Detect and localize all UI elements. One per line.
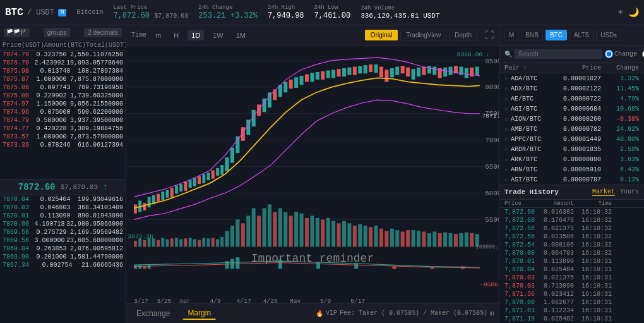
pair-row[interactable]: ☆ ARN/BTC 0.00005910 6.43% [499, 164, 644, 174]
volume-24h-block: 24h Volume 336,129,435.01 USDT [361, 5, 439, 20]
asks-list: 7874.790.3237502,550.110762507876.702.42… [0, 51, 126, 179]
star-icon[interactable]: ☆ [504, 145, 508, 153]
fire-icon: 🔥 [316, 310, 323, 317]
svg-rect-124 [342, 221, 346, 247]
bnb-button[interactable]: BNB [521, 30, 543, 40]
svg-rect-65 [390, 68, 394, 77]
pair-row[interactable]: ☆ APPC/BTC 0.00001449 40.00% [499, 134, 644, 144]
pair-row[interactable]: ☆ AE/BTC 0.00000722 4.79% [499, 94, 644, 104]
right-panel: M BNB BTC ALTS USD$ 🔍 Change Volume Pair… [499, 25, 644, 323]
ask-row[interactable]: 7875.980.013748108.27897304 [0, 67, 126, 75]
pair-row[interactable]: ☆ ADX/BTC 0.00002122 11.45% [499, 83, 644, 94]
svg-rect-68 [406, 68, 410, 76]
svg-rect-100 [216, 239, 219, 247]
pair-row[interactable]: ☆ AST/BTC 0.00000787 0.13% [499, 174, 644, 185]
bid-row[interactable]: 7870.030.046803368.34101409 [0, 204, 126, 212]
chart-type-tradingview[interactable]: TradingView [400, 30, 446, 40]
star-icon[interactable]: ☆ [504, 75, 508, 82]
trade-history-header: Trade History Market Yours [499, 185, 644, 200]
m-button[interactable]: M [504, 30, 518, 40]
sun-icon[interactable]: ☀ [618, 7, 623, 18]
star-icon[interactable]: ☆ [504, 176, 508, 183]
bid-row[interactable]: 7869.900.2010001,581.44790000 [0, 253, 126, 261]
search-input[interactable] [515, 49, 602, 59]
bid-row[interactable]: 7869.563.00000023,605.68000000 [0, 236, 126, 245]
col-total-header: Total(USDT) [86, 42, 126, 49]
ask-row[interactable]: 7876.702.42399219,093.05778640 [0, 59, 126, 67]
bid-row[interactable]: 7870.040.025404199.93049616 [0, 195, 126, 204]
svg-rect-121 [326, 218, 330, 247]
svg-rect-28 [198, 176, 201, 184]
market-tab[interactable]: Market [592, 188, 615, 196]
star-icon[interactable]: ☆ [504, 166, 508, 173]
svg-rect-94 [189, 238, 192, 247]
time-btn-h[interactable]: H [170, 30, 182, 40]
margin-badge: M [58, 9, 66, 16]
trade-history-title: Trade History [504, 188, 559, 196]
change-radio-label[interactable]: Change [605, 50, 637, 58]
svg-rect-20 [161, 192, 164, 200]
svg-text:5/9: 5/9 [320, 298, 331, 303]
usd-button[interactable]: USD$ [596, 30, 621, 40]
time-btn-1d[interactable]: 1D [188, 30, 204, 40]
expand-icon[interactable]: ⛶ [485, 30, 494, 40]
header-icons: ☀ 🌙 [618, 7, 639, 18]
pair-row[interactable]: ☆ AMB/BTC 0.00000782 24.92% [499, 124, 644, 134]
chart-type-depth[interactable]: Depth [449, 30, 477, 40]
star-icon[interactable]: ☆ [504, 135, 508, 143]
bid-row[interactable]: 7869.580.2757292,169.59569482 [0, 228, 126, 236]
time-btn-1w[interactable]: 1W [209, 30, 227, 40]
bid-row[interactable]: 7870.010.113090890.01943090 [0, 212, 126, 220]
svg-rect-105 [241, 223, 245, 247]
btc-button[interactable]: BTC [546, 30, 567, 40]
svg-rect-152 [143, 267, 146, 269]
bid-row[interactable]: 7870.004.19071832,980.95066000 [0, 220, 126, 228]
groups-button[interactable]: groups [44, 28, 71, 37]
moon-icon[interactable]: 🌙 [628, 7, 639, 18]
ask-row[interactable]: 7873.571.0000007,873.57000000 [0, 133, 126, 141]
star-icon[interactable]: ☆ [504, 85, 508, 92]
svg-text:4/17: 4/17 [237, 298, 251, 303]
decimals-button[interactable]: 2 decimals [84, 28, 122, 37]
time-btn-1m[interactable]: 1M [232, 30, 249, 40]
svg-rect-17 [148, 197, 151, 207]
chart-type-original[interactable]: Original [365, 30, 398, 40]
time-btn-m[interactable]: m [152, 30, 165, 40]
star-icon[interactable]: ☆ [504, 155, 508, 163]
star-icon[interactable]: ☆ [504, 105, 508, 113]
svg-rect-150 [134, 265, 137, 269]
pair-row[interactable]: ☆ ADA/BTC 0.00001027 3.32% [499, 73, 644, 83]
pair-row[interactable]: ☆ ARK/BTC 0.00000800 3.63% [499, 154, 644, 164]
ask-row[interactable]: 7875.871.0000007,875.87000000 [0, 75, 126, 83]
ask-row[interactable]: 7874.770.4202283,309.19884756 [0, 125, 126, 133]
coin-name: Bitcoin [76, 9, 103, 16]
pair-row[interactable]: ☆ ARDR/BTC 0.00001035 2.58% [499, 144, 644, 154]
svg-rect-29 [202, 174, 205, 183]
settings-icon[interactable]: ⊞ [490, 310, 494, 317]
alts-button[interactable]: ALTS [569, 30, 593, 40]
pair-row[interactable]: ☆ AGI/BTC 0.00000684 10.68% [499, 104, 644, 114]
margin-tab[interactable]: Margin [182, 307, 216, 320]
flag-icons: 🏳️🏳️🏴 [4, 28, 30, 37]
ask-row[interactable]: 7875.060.097743769.73198958 [0, 83, 126, 92]
ask-row[interactable]: 7874.790.5000003,937.39500000 [0, 116, 126, 125]
star-icon[interactable]: ☆ [504, 125, 508, 133]
pair-row[interactable]: ☆ AION/BTC 0.00000260 -0.38% [499, 114, 644, 124]
bid-row[interactable]: 7869.040.2638532,076.00595812 [0, 245, 126, 253]
ask-row[interactable]: 7874.960.075000590.62200000 [0, 108, 126, 116]
volume-value: 336,129,435.01 USDT [361, 12, 439, 20]
ask-row[interactable]: 7874.971.1500009,056.21550000 [0, 100, 126, 108]
price-col-header: Price [551, 64, 601, 71]
svg-rect-76 [449, 67, 453, 75]
ask-row[interactable]: 7873.390.078246616.06127394 [0, 141, 126, 149]
star-icon[interactable]: ☆ [504, 95, 508, 102]
change-radio[interactable] [605, 50, 613, 58]
bid-row[interactable]: 7867.340.00275421.66665436 [0, 261, 126, 269]
svg-rect-131 [379, 229, 383, 247]
ask-row[interactable]: 7875.000.2209021,739.60325000 [0, 92, 126, 100]
svg-rect-30 [207, 173, 210, 180]
exchange-tab[interactable]: Exchange [131, 308, 175, 319]
ask-row[interactable]: 7874.790.3237502,550.11076250 [0, 51, 126, 59]
yours-tab[interactable]: Yours [620, 188, 639, 196]
star-icon[interactable]: ☆ [504, 115, 508, 123]
